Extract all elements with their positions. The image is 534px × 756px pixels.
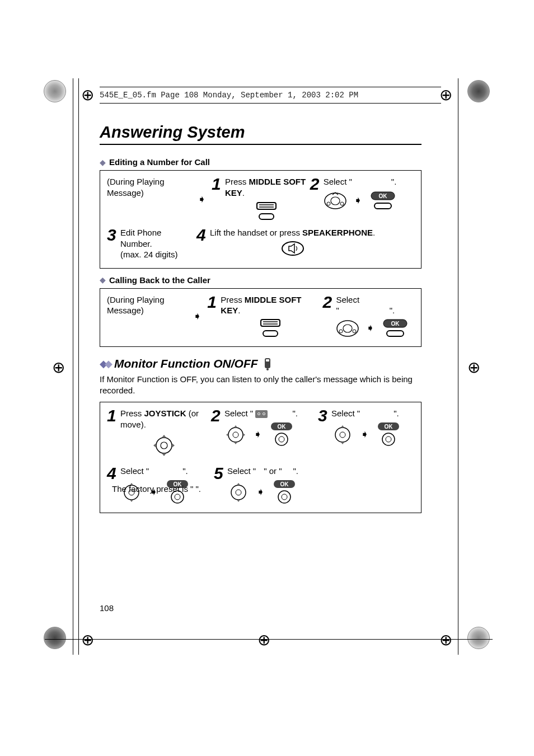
nav-pad-icon <box>324 191 347 210</box>
svg-point-17 <box>343 325 352 332</box>
during-playing-label: (During Playing Message) <box>107 294 188 316</box>
ok-button-icon: OK <box>369 191 397 211</box>
joystick-vertical-icon <box>227 481 250 504</box>
svg-text:OK: OK <box>391 321 400 327</box>
svg-text:OK: OK <box>385 424 394 430</box>
svg-text:OK: OK <box>378 193 387 199</box>
step-number: 1 <box>212 176 222 191</box>
subheading-text: Editing a Number for Call <box>109 157 210 167</box>
page-title: Answering System <box>100 123 421 142</box>
reg-dot-icon <box>467 80 490 102</box>
arrow-right-icon: ➧ <box>354 194 362 207</box>
ok-joystick-icon: OK <box>271 480 297 505</box>
step-text: Select "". <box>120 466 188 476</box>
step-text: Select "". <box>324 177 397 186</box>
joystick-icon <box>152 433 176 458</box>
step-text: Select "" or "". <box>227 466 298 476</box>
svg-point-47 <box>236 490 241 495</box>
tape-icon <box>255 410 268 418</box>
step-number: 4 <box>196 227 207 242</box>
step-number: 2 <box>322 294 332 309</box>
monitor-intro-text: If Monitor Function is OFF, you can list… <box>100 374 421 397</box>
svg-text:OK: OK <box>278 424 287 430</box>
subheading-calling-back: ◆ Calling Back to the Caller <box>100 275 421 285</box>
ok-button-icon: OK <box>381 318 409 339</box>
arrow-right-icon: ➧ <box>366 322 374 335</box>
svg-point-46 <box>231 485 246 500</box>
step-text: Press MIDDLE SOFT KEY. <box>221 295 301 316</box>
reg-dot-icon <box>467 627 490 649</box>
ok-joystick-icon: OK <box>269 422 294 447</box>
section-heading-text: Monitor Function ON/OFF <box>114 357 258 370</box>
svg-rect-12 <box>261 320 280 326</box>
crosshair-icon: ⊕ <box>439 631 452 649</box>
step-text: Edit Phone Number. (max. 24 digits) <box>120 227 191 260</box>
arrow-right-icon: ➧ <box>256 486 265 499</box>
arrow-right-icon: ➧ <box>193 310 202 322</box>
svg-point-32 <box>275 433 288 445</box>
speakerphone-icon <box>281 241 305 256</box>
svg-point-5 <box>331 197 340 205</box>
softkey-icon <box>257 318 283 337</box>
svg-point-34 <box>335 428 350 442</box>
svg-point-29 <box>233 432 238 438</box>
softkey-icon <box>254 201 279 222</box>
step-number: 1 <box>107 408 117 423</box>
svg-point-28 <box>228 428 243 442</box>
handset-small-icon <box>263 357 273 370</box>
print-header-text: 545E_E_05.fm Page 108 Monday, September … <box>100 91 358 100</box>
subheading-text: Calling Back to the Caller <box>109 275 210 285</box>
step-number: 4 <box>107 466 117 481</box>
diamond-icon: ◆ <box>100 275 106 284</box>
svg-point-27 <box>161 442 167 449</box>
step-text: Press MIDDLE SOFT KEY. <box>225 177 306 198</box>
crop-line <box>73 78 73 655</box>
svg-rect-3 <box>259 214 274 219</box>
crosshair-icon: ⊕ <box>439 86 452 104</box>
svg-point-11 <box>282 242 303 255</box>
crosshair-icon: ⊕ <box>467 358 480 377</box>
section-monitor-heading: ◆◆ Monitor Function ON/OFF <box>100 357 421 370</box>
svg-point-45 <box>175 494 180 500</box>
step-number: 3 <box>107 227 117 242</box>
crop-line <box>78 78 79 655</box>
diamond-icon: ◆ <box>100 158 106 167</box>
svg-text:OK: OK <box>280 481 289 487</box>
step-number: 3 <box>318 408 328 423</box>
subheading-editing-number: ◆ Editing a Number for Call <box>100 157 421 167</box>
svg-point-19 <box>353 330 356 333</box>
steps-box-monitor: 1 Press JOYSTICK (or move). <box>100 402 421 513</box>
svg-point-26 <box>156 438 172 453</box>
svg-point-7 <box>340 202 344 205</box>
svg-rect-15 <box>263 331 278 336</box>
step-number: 2 <box>310 176 320 191</box>
svg-point-16 <box>337 321 358 336</box>
step-text: Press JOYSTICK (or move). <box>120 408 199 429</box>
svg-point-4 <box>325 193 346 209</box>
joystick-icon <box>224 424 247 446</box>
svg-point-38 <box>382 433 395 445</box>
step-text: Select "". <box>336 295 395 316</box>
svg-point-50 <box>278 491 291 503</box>
arrow-right-icon: ➧ <box>360 428 369 441</box>
step-text: Lift the handset or press SPEAKERPHONE. <box>210 228 375 237</box>
reg-dot-icon <box>44 80 66 102</box>
step-text: Select " ". <box>224 408 298 418</box>
during-playing-label: (During Playing Message) <box>107 176 192 198</box>
nav-pad-icon <box>336 319 359 338</box>
svg-point-25 <box>266 368 269 370</box>
crosshair-icon: ⊕ <box>52 358 65 377</box>
arrow-right-icon: ➧ <box>198 193 206 205</box>
ok-joystick-icon: OK <box>376 422 401 447</box>
svg-point-33 <box>279 436 284 442</box>
joystick-vertical-icon <box>331 424 354 446</box>
svg-point-6 <box>327 202 330 205</box>
crosshair-icon: ⊕ <box>81 631 94 649</box>
step-text: Select "". <box>331 408 399 418</box>
crosshair-icon: ⊕ <box>257 631 270 649</box>
step-number: 5 <box>214 466 224 481</box>
svg-point-51 <box>282 494 287 500</box>
steps-box-edit-number: (During Playing Message) ➧ 1 Press MIDDL… <box>100 170 421 269</box>
svg-point-18 <box>339 330 343 333</box>
svg-point-35 <box>340 432 345 438</box>
